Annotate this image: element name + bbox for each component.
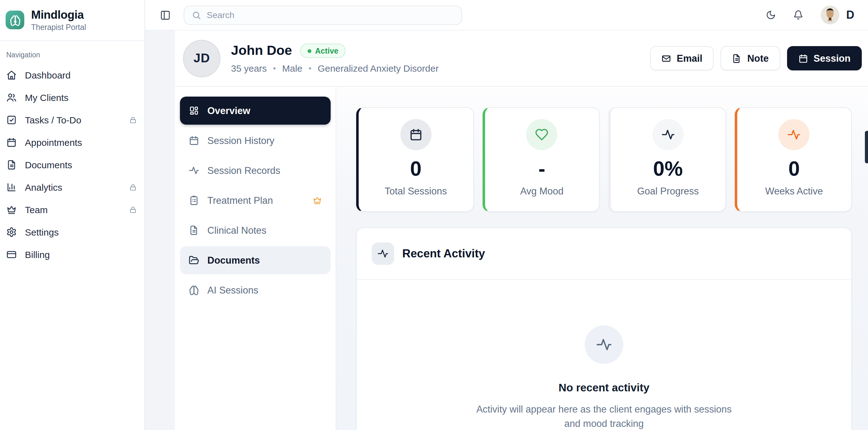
app-title: Mindlogia bbox=[31, 8, 86, 22]
sidebar-item-label: Settings bbox=[25, 227, 59, 237]
search-input[interactable] bbox=[207, 10, 454, 20]
scrollbar-thumb[interactable] bbox=[865, 131, 868, 163]
meta-separator: • bbox=[309, 63, 311, 73]
sidebar-item-label: Team bbox=[25, 204, 48, 215]
activity-icon bbox=[653, 119, 684, 150]
stat-label: Avg Mood bbox=[520, 185, 563, 197]
bell-icon[interactable] bbox=[793, 10, 803, 20]
client-meta: 35 years • Male • Generalized Anxiety Di… bbox=[231, 63, 439, 74]
sidebar-item-label: My Clients bbox=[25, 92, 68, 103]
sidebar-item-settings[interactable]: Settings bbox=[6, 221, 139, 243]
tab-label: Clinical Notes bbox=[207, 225, 267, 236]
user-avatar[interactable] bbox=[821, 6, 839, 24]
lock-icon bbox=[129, 183, 137, 191]
client-name: John Doe bbox=[231, 43, 292, 59]
client-tabs: Overview Session History S bbox=[175, 87, 336, 430]
tab-label: AI Sessions bbox=[207, 285, 258, 296]
sidebar-item-label: Tasks / To-Do bbox=[25, 114, 81, 125]
stat-card-total-sessions: 0 Total Sessions bbox=[356, 107, 473, 212]
file-text-icon bbox=[6, 159, 17, 170]
tab-label: Documents bbox=[207, 255, 260, 266]
app-subtitle: Therapist Portal bbox=[31, 23, 86, 32]
recent-activity-title: Recent Activity bbox=[402, 247, 485, 260]
sidebar-toggle-button[interactable] bbox=[160, 10, 170, 20]
calendar-icon bbox=[189, 135, 199, 146]
tab-clinical-notes[interactable]: Clinical Notes bbox=[180, 216, 331, 244]
calendar-icon bbox=[798, 53, 808, 63]
sidebar-item-billing[interactable]: Billing bbox=[6, 243, 139, 265]
calendar-icon bbox=[6, 137, 17, 147]
sidebar-item-my-clients[interactable]: My Clients bbox=[6, 86, 139, 109]
stat-card-avg-mood: - Avg Mood bbox=[482, 107, 600, 212]
email-button[interactable]: Email bbox=[650, 46, 714, 70]
client-info: John Doe Active 35 years • Male • Genera… bbox=[231, 43, 439, 74]
status-label: Active bbox=[315, 47, 338, 55]
credit-card-icon bbox=[6, 249, 17, 260]
file-text-icon bbox=[189, 225, 199, 235]
profile-name-label: D bbox=[846, 8, 854, 22]
content-gutter bbox=[145, 31, 175, 430]
empty-state: No recent activity Activity will appear … bbox=[357, 280, 851, 430]
tab-treatment-plan[interactable]: Treatment Plan bbox=[180, 186, 331, 214]
sidebar-item-label: Dashboard bbox=[25, 69, 71, 80]
empty-state-title: No recent activity bbox=[559, 381, 649, 395]
tab-label: Overview bbox=[207, 105, 250, 116]
crown-icon bbox=[313, 196, 322, 205]
sidebar-item-label: Analytics bbox=[25, 182, 62, 192]
client-gender: Male bbox=[282, 63, 302, 74]
tab-documents[interactable]: Documents bbox=[180, 246, 331, 274]
tab-session-records[interactable]: Session Records bbox=[180, 156, 331, 184]
session-button[interactable]: Session bbox=[787, 46, 862, 70]
sidebar-item-label: Billing bbox=[25, 249, 50, 260]
check-square-icon bbox=[6, 114, 17, 125]
email-button-label: Email bbox=[677, 53, 702, 64]
tab-session-history[interactable]: Session History bbox=[180, 126, 331, 154]
note-button-label: Note bbox=[747, 53, 769, 64]
empty-state-description: Activity will appear here as the client … bbox=[469, 402, 739, 430]
overview-content: 0 Total Sessions - Avg Mood bbox=[336, 87, 868, 430]
recent-activity-card: Recent Activity No recent activity Activ… bbox=[356, 227, 852, 430]
client-age: 35 years bbox=[231, 63, 267, 74]
lock-icon bbox=[129, 205, 137, 213]
activity-icon bbox=[372, 242, 394, 265]
tab-ai-sessions[interactable]: AI Sessions bbox=[180, 276, 331, 304]
sidebar-item-dashboard[interactable]: Dashboard bbox=[6, 63, 139, 86]
home-icon bbox=[6, 69, 17, 80]
session-button-label: Session bbox=[813, 53, 850, 64]
bar-chart-icon bbox=[6, 182, 17, 192]
sidebar-item-appointments[interactable]: Appointments bbox=[6, 131, 139, 153]
main-column: D JD John Doe Active bbox=[145, 0, 868, 430]
sidebar-item-documents[interactable]: Documents bbox=[6, 153, 139, 176]
dark-mode-toggle[interactable] bbox=[766, 10, 776, 20]
stat-card-weeks-active: 0 Weeks Active bbox=[735, 107, 852, 212]
stats-row: 0 Total Sessions - Avg Mood bbox=[356, 107, 852, 212]
status-badge: Active bbox=[300, 44, 346, 58]
heart-icon bbox=[526, 119, 558, 150]
brain-icon bbox=[189, 285, 199, 295]
client-body: Overview Session History S bbox=[175, 87, 868, 430]
topbar-actions: D bbox=[748, 6, 854, 24]
recent-activity-header: Recent Activity bbox=[357, 228, 851, 280]
client-diagnosis: Generalized Anxiety Disorder bbox=[317, 63, 439, 74]
stat-value: 0 bbox=[410, 158, 422, 178]
gear-icon bbox=[6, 227, 17, 237]
tab-label: Treatment Plan bbox=[207, 195, 273, 206]
clipboard-list-icon bbox=[189, 195, 199, 206]
stat-card-goal-progress: 0% Goal Progress bbox=[608, 107, 726, 212]
stat-label: Total Sessions bbox=[385, 185, 447, 197]
stat-value: 0 bbox=[788, 158, 800, 178]
app-window: Mindlogia Therapist Portal Navigation Da… bbox=[0, 0, 868, 430]
users-icon bbox=[6, 92, 17, 103]
search-box[interactable] bbox=[184, 5, 462, 25]
client-initials-avatar: JD bbox=[183, 39, 220, 77]
lock-icon bbox=[129, 116, 137, 124]
note-button[interactable]: Note bbox=[720, 46, 780, 70]
brand: Mindlogia Therapist Portal bbox=[6, 0, 139, 39]
client-actions: Email Note Session bbox=[650, 46, 862, 70]
client-page: JD John Doe Active 35 years • M bbox=[175, 31, 868, 430]
sidebar-item-tasks[interactable]: Tasks / To-Do bbox=[6, 109, 139, 131]
main-row: JD John Doe Active 35 years • M bbox=[145, 31, 868, 430]
tab-overview[interactable]: Overview bbox=[180, 96, 331, 125]
sidebar-item-team[interactable]: Team bbox=[6, 198, 139, 221]
sidebar-item-analytics[interactable]: Analytics bbox=[6, 176, 139, 198]
